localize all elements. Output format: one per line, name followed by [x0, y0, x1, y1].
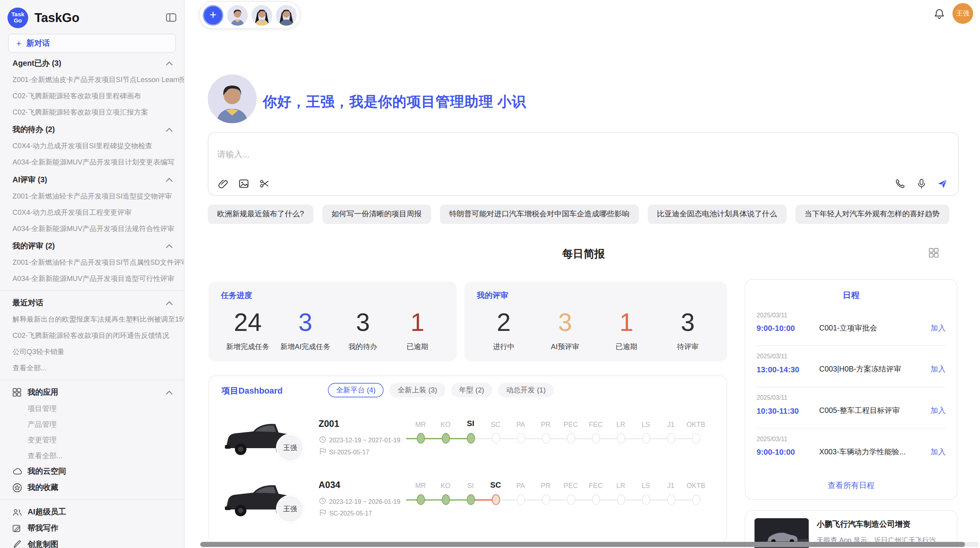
scissors-icon[interactable] — [259, 178, 270, 189]
send-icon[interactable] — [937, 178, 948, 189]
milestone-dot[interactable] — [517, 494, 525, 505]
recent-conversation-item[interactable]: 查看全部... — [0, 360, 184, 376]
project-code[interactable]: Z001 — [319, 419, 339, 429]
my-review-card: 我的评审 2进行中3AI预评审1已逾期3待评审 — [464, 282, 727, 362]
milestone-dot[interactable] — [692, 433, 700, 444]
project-dates: 2023-12-19 ~ 2027-01-19 — [319, 436, 401, 444]
milestone-dot[interactable] — [642, 433, 650, 444]
app-sub-item[interactable]: 产品管理 — [0, 416, 184, 432]
chevron-up-icon[interactable] — [165, 176, 174, 183]
app-sub-item[interactable]: 变更管理 — [0, 432, 184, 447]
chevron-up-icon[interactable] — [165, 243, 174, 249]
milestone-dot[interactable] — [667, 433, 675, 444]
suggestion-chip[interactable]: 欧洲新规最近颁布了什么? — [208, 205, 314, 224]
horizontal-scrollbar-thumb[interactable] — [200, 542, 965, 547]
milestone-dot[interactable] — [541, 494, 550, 505]
milestone-dot[interactable] — [592, 433, 600, 444]
project-code[interactable]: A034 — [319, 480, 340, 490]
milestone-dot[interactable] — [617, 494, 625, 505]
sidebar-link-my-cloud-space[interactable]: 我的云空间 — [0, 463, 184, 479]
sidebar-task-item[interactable]: C02-飞腾新能源轻客改款项目立项汇报方案 — [0, 104, 184, 120]
chat-input[interactable] — [208, 149, 958, 174]
sidebar-tool-ai-super-staff[interactable]: AI超级员工 — [0, 504, 184, 520]
milestone-dot[interactable] — [442, 433, 450, 444]
add-agent-button[interactable]: + — [203, 5, 223, 25]
recent-conversation-item[interactable]: 解释最新出台的欧盟报废车法规再生塑料比例被调至15%... — [0, 311, 184, 327]
chevron-up-icon[interactable] — [165, 127, 174, 133]
apps-grid-icon — [12, 388, 22, 397]
new-chat-button[interactable]: + 新对话 — [8, 34, 176, 53]
sidebar-link-my-favorites[interactable]: 我的收藏 — [0, 480, 184, 496]
agent-avatar-1[interactable] — [227, 5, 248, 25]
milestone-dot[interactable] — [442, 494, 450, 505]
sidebar-section-header: AI评审 (3) — [0, 171, 184, 188]
sidebar-task-item[interactable]: C0X4-动力总成开发项目工程变更评审 — [0, 204, 184, 220]
chevron-up-icon[interactable] — [165, 300, 174, 306]
event-join-link[interactable]: 加入 — [930, 406, 946, 416]
sidebar-tool-help-me-write[interactable]: 帮我写作 — [0, 520, 184, 536]
project-dates: 2023-12-19 ~ 2026-01-19 — [319, 497, 401, 505]
project-flag-text: SC-2025-05-17 — [329, 510, 372, 517]
milestone-dot[interactable] — [416, 494, 425, 505]
milestone-dot[interactable] — [466, 433, 475, 444]
layout-grid-icon[interactable] — [929, 248, 939, 258]
greeting-text: 你好，王强，我是你的项目管理助理 小识 — [263, 92, 526, 111]
suggestion-chip[interactable]: 比亚迪全固态电池计划具体说了什么 — [648, 205, 786, 224]
event-join-link[interactable]: 加入 — [930, 323, 946, 333]
attachment-icon[interactable] — [217, 178, 228, 189]
milestone-dot[interactable] — [517, 433, 525, 444]
event-join-link[interactable]: 加入 — [930, 447, 946, 457]
sidebar-task-item[interactable]: Z001-全新燃油轻卡产品开发项目SI造型提交物评审 — [0, 188, 184, 204]
recent-conversation-item[interactable]: C02-飞腾新能源轻客改款项目的闭环通告反馈情况 — [0, 327, 184, 344]
milestone-dot[interactable] — [567, 494, 575, 505]
app-sub-item[interactable]: 查看全部... — [0, 447, 184, 463]
agent-avatar-3[interactable] — [276, 5, 296, 25]
dashboard-filter-pill[interactable]: 动总开发 (1) — [498, 383, 554, 397]
milestone-dot[interactable] — [466, 494, 475, 505]
milestone-dot[interactable] — [416, 433, 425, 444]
sidebar-tool-creative-drawing[interactable]: 创意制图 — [0, 536, 184, 548]
dashboard-filters: 全新平台 (4)全新上装 (3)年型 (2)动总开发 (1) — [328, 383, 554, 397]
microphone-icon[interactable] — [915, 178, 927, 189]
milestone-dot[interactable] — [617, 433, 625, 444]
suggestion-chip[interactable]: 特朗普可能对进口汽车增税会对中国车企造成哪些影响 — [440, 205, 639, 224]
agent-avatar-2[interactable] — [252, 5, 272, 25]
my-apps-header[interactable]: 我的应用 — [0, 384, 184, 401]
milestone-dot[interactable] — [567, 433, 575, 444]
horizontal-scrollbar-track[interactable] — [200, 542, 978, 547]
phone-call-icon[interactable] — [894, 178, 905, 189]
notification-bell-icon[interactable] — [934, 8, 945, 19]
milestone-label: PEC — [564, 479, 578, 489]
sidebar-task-item[interactable]: C02-飞腾新能源轻客改款项目里程碑画布 — [0, 87, 184, 104]
user-avatar[interactable]: 王强 — [953, 3, 973, 24]
chevron-up-icon[interactable] — [165, 60, 174, 66]
sidebar-collapse-icon[interactable] — [165, 12, 176, 22]
stat-item: 1已逾期 — [605, 308, 648, 352]
event-join-link[interactable]: 加入 — [930, 364, 946, 375]
image-icon[interactable] — [238, 178, 249, 189]
suggestion-chip[interactable]: 如何写一份清晰的项目周报 — [322, 205, 431, 224]
milestone-label: MR — [415, 479, 426, 489]
view-all-schedule-link[interactable]: 查看所有日程 — [745, 481, 957, 491]
milestone-dot[interactable] — [692, 494, 700, 505]
milestone-dot[interactable] — [642, 494, 650, 505]
chevron-up-icon[interactable] — [165, 389, 174, 396]
dashboard-filter-pill[interactable]: 全新平台 (4) — [328, 383, 384, 397]
recent-conversation-item[interactable]: 公司Q3轻卡销量 — [0, 344, 184, 360]
dashboard-filter-pill[interactable]: 年型 (2) — [451, 383, 492, 397]
sidebar-task-item[interactable]: Z001-全新燃油轻卡产品开发项目SI节点属性5D文件评审 — [0, 254, 184, 270]
sidebar-task-item[interactable]: C0X4-动力总成开发项目SI里程碑提交物检查 — [0, 138, 184, 154]
milestone-dot[interactable] — [667, 494, 675, 505]
sidebar-task-item[interactable]: A034-全新新能源MUV产品开发项目造型可行性评审 — [0, 270, 184, 286]
suggestion-chip[interactable]: 当下年轻人对汽车外观有怎样的喜好趋势 — [795, 205, 949, 224]
milestone-dot[interactable] — [492, 433, 500, 444]
milestone-dot[interactable] — [541, 433, 550, 444]
sidebar-task-item[interactable]: A034-全新新能源MUV产品开发项目法规符合性评审 — [0, 220, 184, 236]
milestone-dot[interactable] — [492, 494, 500, 505]
sidebar-task-item[interactable]: Z001-全新燃油皮卡产品开发项目SI节点Lesson Learn报告 — [0, 71, 184, 87]
sidebar-task-item[interactable]: A034-全新新能源MUV产品开发项目计划变更表编写 — [0, 154, 184, 170]
app-sub-item[interactable]: 项目管理 — [0, 401, 184, 416]
milestone-dot[interactable] — [592, 494, 600, 505]
divider — [0, 290, 184, 291]
dashboard-filter-pill[interactable]: 全新上装 (3) — [389, 383, 445, 397]
